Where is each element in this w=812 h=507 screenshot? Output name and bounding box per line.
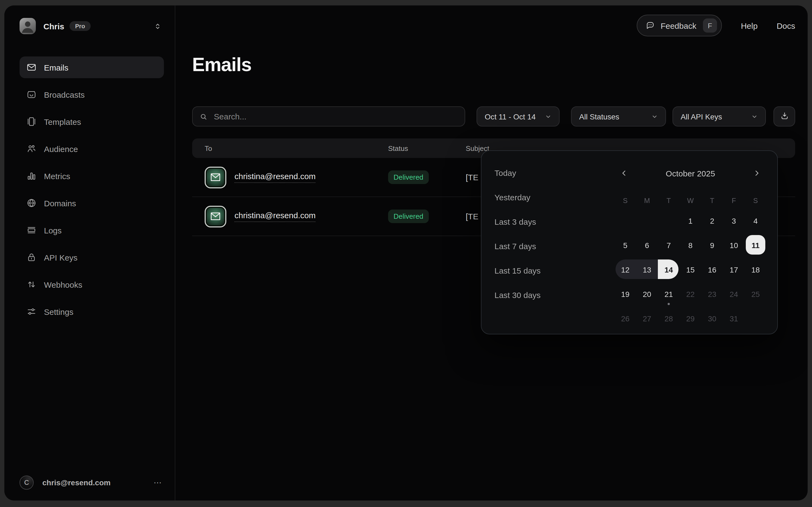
shortcut-badge: F — [703, 18, 717, 33]
sidebar-item-label: Broadcasts — [44, 90, 85, 99]
day-number: 16 — [708, 265, 716, 274]
column-status: Status — [388, 144, 466, 152]
cell-status: Delivered — [388, 210, 466, 223]
date-range-dropdown[interactable]: Oct 11 - Oct 14 — [476, 106, 560, 126]
preset-last-7-days[interactable]: Last 7 days — [495, 234, 601, 259]
recipient-email[interactable]: christina@resend.com — [234, 172, 315, 183]
mail-icon — [26, 62, 37, 73]
feedback-button[interactable]: Feedback F — [637, 15, 722, 36]
calendar-day-25: 25 — [745, 282, 766, 306]
day-number: 25 — [751, 290, 760, 298]
calendar-grid: 1234567891011121314151617181920212223242… — [615, 209, 766, 331]
help-link[interactable]: Help — [741, 21, 758, 30]
app-window: Chris Pro EmailsBroadcastsTemplatesAudie… — [4, 5, 808, 501]
calendar-day-18[interactable]: 18 — [745, 257, 766, 282]
day-number: 14 — [664, 265, 673, 274]
calendar-day-empty — [745, 306, 766, 331]
day-number: 28 — [664, 314, 673, 323]
chevron-right-icon[interactable] — [747, 163, 766, 183]
main-content: Feedback F Help Docs Emails Oct — [175, 5, 808, 501]
sidebar-item-settings[interactable]: Settings — [19, 301, 164, 323]
sidebar-item-templates[interactable]: Templates — [19, 111, 164, 132]
sidebar-item-label: Metrics — [44, 171, 70, 180]
status-dropdown[interactable]: All Statuses — [571, 106, 666, 126]
day-of-week-label: T — [666, 196, 671, 204]
calendar-day-5[interactable]: 5 — [615, 233, 636, 257]
day-number: 22 — [686, 290, 694, 298]
api-keys-dropdown[interactable]: All API Keys — [673, 106, 766, 126]
sidebar-item-broadcasts[interactable]: Broadcasts — [19, 83, 164, 105]
calendar-day-9[interactable]: 9 — [701, 233, 723, 257]
sidebar-item-emails[interactable]: Emails — [19, 56, 164, 78]
calendar-day-6[interactable]: 6 — [636, 233, 658, 257]
calendar-day-27: 27 — [636, 306, 658, 331]
calendar: October 2025 SMTWTFS 1234567891011121314… — [615, 151, 766, 334]
chevron-down-icon — [545, 113, 552, 120]
account-footer[interactable]: C chris@resend.com ⋯ — [19, 475, 164, 490]
preset-today[interactable]: Today — [495, 161, 601, 185]
sidebar-item-label: Templates — [44, 117, 81, 126]
calendar-day-empty — [615, 209, 636, 233]
today-dot — [668, 303, 670, 305]
feedback-label: Feedback — [660, 21, 696, 30]
day-number: 6 — [645, 241, 649, 249]
day-number: 15 — [686, 265, 694, 274]
calendar-day-3[interactable]: 3 — [723, 209, 745, 233]
preset-last-15-days[interactable]: Last 15 days — [495, 259, 601, 283]
day-of-week-label: F — [732, 196, 736, 204]
calendar-day-12[interactable]: 12 — [615, 257, 636, 282]
preset-yesterday[interactable]: Yesterday — [495, 185, 601, 210]
account-avatar: C — [19, 475, 34, 490]
calendar-day-7[interactable]: 7 — [658, 233, 680, 257]
calendar-day-28: 28 — [658, 306, 680, 331]
filter-row: Oct 11 - Oct 14 All Statuses All API Key… — [192, 106, 795, 126]
more-menu-icon[interactable]: ⋯ — [154, 478, 163, 488]
search-input[interactable] — [213, 111, 458, 122]
sidebar-item-logs[interactable]: Logs — [19, 219, 164, 241]
search-box — [192, 106, 465, 126]
calendar-day-1[interactable]: 1 — [680, 209, 701, 233]
calendar-day-21[interactable]: 21 — [658, 282, 680, 306]
calendar-day-2[interactable]: 2 — [701, 209, 723, 233]
workspace-switcher[interactable]: Chris Pro — [19, 14, 164, 38]
calendar-day-26: 26 — [615, 306, 636, 331]
day-number: 29 — [686, 314, 694, 323]
calendar-day-19[interactable]: 19 — [615, 282, 636, 306]
calendar-day-8[interactable]: 8 — [680, 233, 701, 257]
status-badge: Delivered — [388, 210, 429, 223]
cell-to: christina@resend.com — [192, 166, 388, 188]
chevron-down-icon — [651, 113, 658, 120]
sidebar-item-api-keys[interactable]: API Keys — [19, 246, 164, 268]
calendar-day-20[interactable]: 20 — [636, 282, 658, 306]
calendar-day-10[interactable]: 10 — [723, 233, 745, 257]
recipient-email[interactable]: christina@resend.com — [234, 211, 315, 222]
day-number: 8 — [688, 241, 693, 249]
cell-to: christina@resend.com — [192, 206, 388, 227]
calendar-day-15[interactable]: 15 — [680, 257, 701, 282]
calendar-day-17[interactable]: 17 — [723, 257, 745, 282]
calendar-day-4[interactable]: 4 — [745, 209, 766, 233]
calendar-day-24: 24 — [723, 282, 745, 306]
day-of-week-label: W — [687, 196, 694, 204]
sidebar-item-label: Emails — [44, 63, 68, 72]
sidebar-item-audience[interactable]: Audience — [19, 138, 164, 160]
sidebar-item-label: Audience — [44, 144, 78, 153]
date-presets: TodayYesterdayLast 3 daysLast 7 daysLast… — [481, 151, 601, 307]
sidebar-item-webhooks[interactable]: Webhooks — [19, 274, 164, 295]
calendar-day-11[interactable]: 11 — [745, 233, 766, 257]
sidebar-item-domains[interactable]: Domains — [19, 192, 164, 214]
day-number: 4 — [753, 216, 758, 225]
calendar-day-16[interactable]: 16 — [701, 257, 723, 282]
day-number: 5 — [623, 241, 628, 249]
docs-link[interactable]: Docs — [777, 21, 795, 30]
calendar-day-14[interactable]: 14 — [658, 257, 680, 282]
preset-last-3-days[interactable]: Last 3 days — [495, 210, 601, 234]
export-button[interactable] — [773, 106, 795, 126]
sidebar-item-metrics[interactable]: Metrics — [19, 165, 164, 187]
column-to: To — [192, 144, 388, 152]
preset-last-30-days[interactable]: Last 30 days — [495, 283, 601, 307]
logs-icon — [26, 225, 37, 236]
chevron-left-icon[interactable] — [615, 163, 634, 183]
calendar-day-13[interactable]: 13 — [636, 257, 658, 282]
chat-bubble-icon — [645, 21, 655, 31]
